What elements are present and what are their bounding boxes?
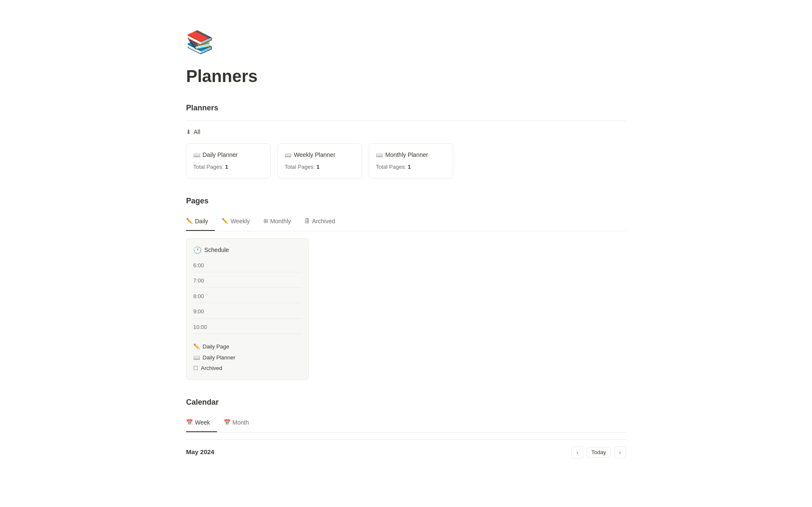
- book-icon-daily: 📖: [193, 151, 200, 159]
- pages-section: Pages ✏️ Daily ✏️ Weekly ⊞ Monthly 🗄 Arc…: [186, 195, 626, 380]
- link-daily-page[interactable]: ✏️ Daily Page: [193, 343, 302, 351]
- day-card: 🕐 Schedule 6:00 7:00 8:00 9:00 10:00 ✏️ …: [186, 238, 309, 380]
- download-icon: ⬇: [186, 128, 191, 137]
- planner-card-daily[interactable]: 📖 Daily Planner Total Pages: 1: [186, 143, 271, 178]
- book-icon-monthly: 📖: [376, 151, 383, 159]
- tab-monthly[interactable]: ⊞ Monthly: [263, 214, 298, 231]
- schedule-header: 🕐 Schedule: [193, 245, 302, 255]
- archived-link-label: Archived: [201, 364, 222, 373]
- link-daily-planner[interactable]: 📖 Daily Planner: [193, 354, 302, 362]
- calendar-tabs: 📅 Week 📅 Month: [186, 415, 626, 433]
- tab-weekly-label: Weekly: [230, 217, 250, 226]
- planners-section-title: Planners: [186, 102, 626, 114]
- tab-daily-label: Daily: [195, 217, 208, 226]
- page-icon: 📚: [186, 25, 626, 58]
- tab-weekly[interactable]: ✏️ Weekly: [222, 214, 257, 231]
- pencil-icon-daily: ✏️: [186, 217, 193, 225]
- planner-cards-container: 📖 Daily Planner Total Pages: 1 📖 Weekly …: [186, 143, 626, 178]
- time-700: 7:00: [193, 276, 302, 288]
- planner-card-weekly[interactable]: 📖 Weekly Planner Total Pages: 1: [277, 143, 362, 178]
- pages-tabs: ✏️ Daily ✏️ Weekly ⊞ Monthly 🗄 Archived: [186, 214, 626, 231]
- daily-planner-link-label: Daily Planner: [203, 354, 235, 362]
- calendar-month-label: May 2024: [186, 447, 214, 457]
- tab-daily[interactable]: ✏️ Daily: [186, 214, 215, 231]
- daily-planner-title: Daily Planner: [203, 151, 238, 159]
- schedule-times: 6:00 7:00 8:00 9:00 10:00: [193, 260, 302, 334]
- pencil-icon-link: ✏️: [193, 343, 200, 351]
- daily-page-link-label: Daily Page: [203, 343, 229, 351]
- calendar-next-button[interactable]: ›: [614, 447, 626, 458]
- tab-monthly-label: Monthly: [270, 217, 291, 226]
- calendar-header: May 2024 ‹ Today ›: [186, 447, 626, 458]
- card-links: ✏️ Daily Page 📖 Daily Planner ☐ Archived: [193, 341, 302, 373]
- page-title: Planners: [186, 63, 626, 89]
- calendar-nav: ‹ Today ›: [571, 447, 626, 458]
- weekly-planner-title: Weekly Planner: [294, 151, 335, 159]
- pencil-icon-weekly: ✏️: [222, 217, 228, 225]
- monthly-planner-meta: Total Pages: 1: [376, 163, 446, 171]
- calendar-tab-week-label: Week: [195, 418, 210, 427]
- all-filter-label: All: [194, 128, 200, 137]
- pages-section-title: Pages: [186, 195, 626, 207]
- time-1000: 10:00: [193, 322, 302, 334]
- planner-card-monthly[interactable]: 📖 Monthly Planner Total Pages: 1: [369, 143, 453, 178]
- book-icon-weekly: 📖: [285, 151, 291, 159]
- grid-icon-monthly: ⊞: [263, 217, 268, 225]
- calendar-section: Calendar 📅 Week 📅 Month May 2024 ‹ Today…: [186, 397, 626, 458]
- calendar-today-button[interactable]: Today: [587, 447, 611, 458]
- calendar-tab-month-label: Month: [233, 418, 249, 427]
- weekly-planner-meta: Total Pages: 1: [285, 163, 355, 171]
- tab-archived[interactable]: 🗄 Archived: [304, 214, 342, 231]
- link-archived[interactable]: ☐ Archived: [193, 364, 302, 373]
- planners-divider: [186, 121, 626, 121]
- checkbox-icon: ☐: [193, 364, 198, 373]
- page-container: 📚 Planners Planners ⬇ All 📖 Daily Planne…: [152, 0, 660, 484]
- archive-icon: 🗄: [304, 217, 310, 225]
- calendar-divider: [186, 439, 626, 440]
- planners-section: Planners ⬇ All 📖 Daily Planner Total Pag…: [186, 102, 626, 178]
- calendar-month-icon: 📅: [224, 418, 230, 427]
- calendar-week-icon: 📅: [186, 418, 193, 427]
- clock-icon: 🕐: [193, 245, 202, 255]
- schedule-label: Schedule: [204, 246, 229, 255]
- calendar-tab-week[interactable]: 📅 Week: [186, 415, 217, 432]
- daily-planner-meta: Total Pages: 1: [193, 163, 263, 171]
- calendar-tab-month[interactable]: 📅 Month: [224, 415, 256, 432]
- time-600: 6:00: [193, 260, 302, 273]
- calendar-section-title: Calendar: [186, 397, 626, 408]
- time-800: 8:00: [193, 291, 302, 304]
- tab-archived-label: Archived: [312, 217, 335, 226]
- monthly-planner-title: Monthly Planner: [385, 151, 428, 159]
- time-900: 9:00: [193, 307, 302, 319]
- all-filter-button[interactable]: ⬇ All: [186, 128, 200, 137]
- book-icon-link: 📖: [193, 354, 200, 362]
- calendar-prev-button[interactable]: ‹: [571, 447, 583, 458]
